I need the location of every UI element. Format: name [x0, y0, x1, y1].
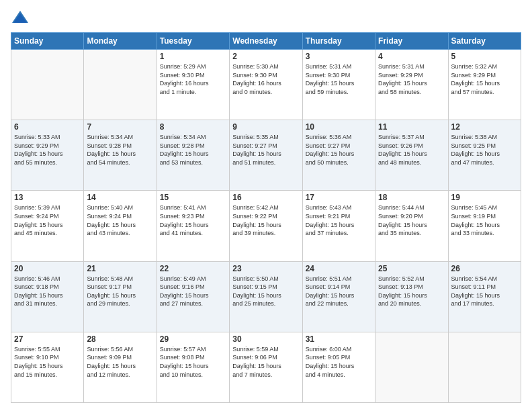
day-number: 4	[378, 52, 445, 61]
calendar-cell: 30Sunrise: 5:59 AM Sunset: 9:06 PM Dayli…	[230, 332, 302, 402]
calendar-cell: 8Sunrise: 5:34 AM Sunset: 9:28 PM Daylig…	[157, 120, 229, 191]
day-number: 6	[14, 122, 81, 132]
day-of-week-header: Tuesday	[157, 33, 229, 50]
calendar-week-row: 27Sunrise: 5:55 AM Sunset: 9:10 PM Dayli…	[11, 332, 521, 402]
day-number: 12	[451, 122, 518, 132]
day-number: 2	[232, 52, 299, 61]
day-number: 23	[232, 264, 299, 273]
calendar-cell	[448, 332, 521, 402]
calendar-week-row: 20Sunrise: 5:46 AM Sunset: 9:18 PM Dayli…	[11, 261, 521, 332]
calendar-week-row: 13Sunrise: 5:39 AM Sunset: 9:24 PM Dayli…	[11, 191, 521, 261]
day-number: 24	[306, 264, 372, 273]
day-number: 30	[232, 334, 299, 344]
calendar-cell	[84, 50, 157, 120]
calendar-cell: 20Sunrise: 5:46 AM Sunset: 9:18 PM Dayli…	[11, 261, 84, 332]
calendar-cell: 26Sunrise: 5:54 AM Sunset: 9:11 PM Dayli…	[448, 261, 521, 332]
calendar-cell: 3Sunrise: 5:31 AM Sunset: 9:30 PM Daylig…	[302, 50, 375, 120]
cell-content: Sunrise: 5:31 AM Sunset: 9:30 PM Dayligh…	[306, 62, 372, 96]
day-number: 1	[160, 52, 226, 61]
day-of-week-header: Wednesday	[230, 33, 302, 50]
cell-content: Sunrise: 5:32 AM Sunset: 9:29 PM Dayligh…	[451, 62, 518, 96]
calendar-cell	[11, 50, 84, 120]
day-of-week-header: Sunday	[11, 33, 84, 50]
day-of-week-header: Friday	[375, 33, 448, 50]
calendar-week-row: 1Sunrise: 5:29 AM Sunset: 9:30 PM Daylig…	[11, 50, 521, 120]
day-number: 19	[451, 193, 518, 202]
calendar-cell: 13Sunrise: 5:39 AM Sunset: 9:24 PM Dayli…	[11, 191, 84, 261]
day-number: 13	[14, 193, 81, 202]
day-number: 9	[232, 122, 299, 132]
calendar-cell: 10Sunrise: 5:36 AM Sunset: 9:27 PM Dayli…	[302, 120, 375, 191]
calendar-week-row: 6Sunrise: 5:33 AM Sunset: 9:29 PM Daylig…	[11, 120, 521, 191]
page: SundayMondayTuesdayWednesdayThursdayFrid…	[0, 0, 532, 411]
calendar-cell: 18Sunrise: 5:44 AM Sunset: 9:20 PM Dayli…	[375, 191, 448, 261]
cell-content: Sunrise: 5:52 AM Sunset: 9:13 PM Dayligh…	[378, 275, 445, 308]
day-number: 31	[306, 334, 372, 344]
day-number: 16	[232, 193, 299, 202]
cell-content: Sunrise: 5:34 AM Sunset: 9:28 PM Dayligh…	[160, 133, 226, 167]
cell-content: Sunrise: 5:49 AM Sunset: 9:16 PM Dayligh…	[160, 275, 226, 308]
day-number: 5	[451, 52, 518, 61]
day-number: 8	[160, 122, 226, 132]
calendar-table: SundayMondayTuesdayWednesdayThursdayFrid…	[11, 32, 521, 403]
day-number: 27	[14, 334, 81, 344]
day-number: 7	[87, 122, 153, 132]
cell-content: Sunrise: 5:46 AM Sunset: 9:18 PM Dayligh…	[14, 275, 81, 308]
calendar-cell: 7Sunrise: 5:34 AM Sunset: 9:28 PM Daylig…	[84, 120, 157, 191]
calendar-cell: 2Sunrise: 5:30 AM Sunset: 9:30 PM Daylig…	[230, 50, 302, 120]
cell-content: Sunrise: 5:59 AM Sunset: 9:06 PM Dayligh…	[232, 345, 299, 379]
day-number: 29	[160, 334, 226, 344]
cell-content: Sunrise: 5:42 AM Sunset: 9:22 PM Dayligh…	[232, 203, 299, 237]
calendar-cell: 5Sunrise: 5:32 AM Sunset: 9:29 PM Daylig…	[448, 50, 521, 120]
calendar-cell: 9Sunrise: 5:35 AM Sunset: 9:27 PM Daylig…	[230, 120, 302, 191]
day-number: 17	[306, 193, 372, 202]
day-number: 14	[87, 193, 153, 202]
cell-content: Sunrise: 5:55 AM Sunset: 9:10 PM Dayligh…	[14, 345, 81, 379]
cell-content: Sunrise: 5:39 AM Sunset: 9:24 PM Dayligh…	[14, 203, 81, 237]
logo	[11, 8, 32, 27]
cell-content: Sunrise: 5:45 AM Sunset: 9:19 PM Dayligh…	[451, 203, 518, 237]
cell-content: Sunrise: 5:57 AM Sunset: 9:08 PM Dayligh…	[160, 345, 226, 379]
calendar-cell: 16Sunrise: 5:42 AM Sunset: 9:22 PM Dayli…	[230, 191, 302, 261]
calendar-cell: 29Sunrise: 5:57 AM Sunset: 9:08 PM Dayli…	[157, 332, 229, 402]
calendar-cell: 22Sunrise: 5:49 AM Sunset: 9:16 PM Dayli…	[157, 261, 229, 332]
cell-content: Sunrise: 5:35 AM Sunset: 9:27 PM Dayligh…	[232, 133, 299, 167]
cell-content: Sunrise: 5:44 AM Sunset: 9:20 PM Dayligh…	[378, 203, 445, 237]
day-number: 15	[160, 193, 226, 202]
calendar-cell: 19Sunrise: 5:45 AM Sunset: 9:19 PM Dayli…	[448, 191, 521, 261]
cell-content: Sunrise: 5:43 AM Sunset: 9:21 PM Dayligh…	[306, 203, 372, 237]
day-number: 11	[378, 122, 445, 132]
day-of-week-header: Saturday	[448, 33, 521, 50]
calendar-cell: 28Sunrise: 5:56 AM Sunset: 9:09 PM Dayli…	[84, 332, 157, 402]
day-number: 20	[14, 264, 81, 273]
cell-content: Sunrise: 5:48 AM Sunset: 9:17 PM Dayligh…	[87, 275, 153, 308]
logo-icon	[11, 8, 30, 27]
day-number: 25	[378, 264, 445, 273]
calendar-cell: 25Sunrise: 5:52 AM Sunset: 9:13 PM Dayli…	[375, 261, 448, 332]
calendar-cell: 21Sunrise: 5:48 AM Sunset: 9:17 PM Dayli…	[84, 261, 157, 332]
day-of-week-header: Thursday	[302, 33, 375, 50]
day-number: 3	[306, 52, 372, 61]
calendar-cell: 15Sunrise: 5:41 AM Sunset: 9:23 PM Dayli…	[157, 191, 229, 261]
cell-content: Sunrise: 5:51 AM Sunset: 9:14 PM Dayligh…	[306, 275, 372, 308]
calendar-cell: 6Sunrise: 5:33 AM Sunset: 9:29 PM Daylig…	[11, 120, 84, 191]
calendar-cell: 17Sunrise: 5:43 AM Sunset: 9:21 PM Dayli…	[302, 191, 375, 261]
cell-content: Sunrise: 5:40 AM Sunset: 9:24 PM Dayligh…	[87, 203, 153, 237]
day-number: 10	[306, 122, 372, 132]
calendar-cell: 11Sunrise: 5:37 AM Sunset: 9:26 PM Dayli…	[375, 120, 448, 191]
calendar-cell: 12Sunrise: 5:38 AM Sunset: 9:25 PM Dayli…	[448, 120, 521, 191]
calendar-cell: 23Sunrise: 5:50 AM Sunset: 9:15 PM Dayli…	[230, 261, 302, 332]
day-number: 21	[87, 264, 153, 273]
cell-content: Sunrise: 5:50 AM Sunset: 9:15 PM Dayligh…	[232, 275, 299, 308]
day-number: 28	[87, 334, 153, 344]
day-number: 26	[451, 264, 518, 273]
cell-content: Sunrise: 5:37 AM Sunset: 9:26 PM Dayligh…	[378, 133, 445, 167]
calendar-cell	[375, 332, 448, 402]
header-row: SundayMondayTuesdayWednesdayThursdayFrid…	[11, 33, 521, 50]
cell-content: Sunrise: 6:00 AM Sunset: 9:05 PM Dayligh…	[306, 345, 372, 379]
cell-content: Sunrise: 5:36 AM Sunset: 9:27 PM Dayligh…	[306, 133, 372, 167]
cell-content: Sunrise: 5:31 AM Sunset: 9:29 PM Dayligh…	[378, 62, 445, 96]
cell-content: Sunrise: 5:56 AM Sunset: 9:09 PM Dayligh…	[87, 345, 153, 379]
cell-content: Sunrise: 5:33 AM Sunset: 9:29 PM Dayligh…	[14, 133, 81, 167]
day-number: 18	[378, 193, 445, 202]
